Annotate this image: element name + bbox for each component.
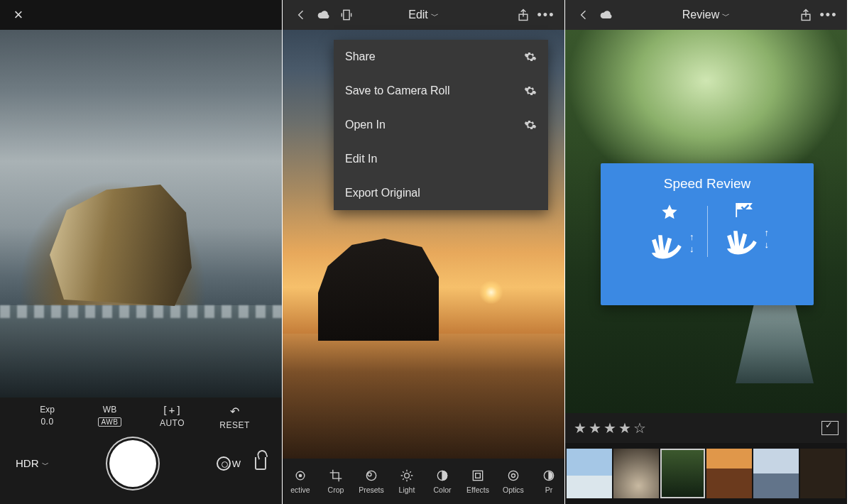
star-rating[interactable]: ★★★★☆ (574, 420, 648, 437)
svg-rect-9 (476, 473, 481, 478)
more-button[interactable]: ••• (817, 4, 840, 26)
white-balance-control[interactable]: WB AWB (91, 405, 129, 430)
review-screen: Review﹀ ••• Speed Review ↑↓ ↑↓ (565, 0, 848, 504)
close-button[interactable]: × (7, 4, 30, 26)
gear-icon[interactable] (524, 119, 537, 131)
aspect-icon[interactable] (335, 4, 358, 26)
svg-point-11 (512, 474, 515, 478)
camera-screen: × Exp 0.0 WB AWB [+] AUTO ↶ RESET HDR﹀ (0, 0, 283, 504)
more-icon (542, 469, 556, 483)
menu-item-label: Save to Camera Roll (345, 84, 450, 97)
menu-item-share[interactable]: Share (334, 40, 548, 74)
back-button[interactable] (572, 4, 595, 26)
flag-check-icon (736, 203, 754, 217)
camera-controls: Exp 0.0 WB AWB [+] AUTO ↶ RESET HDR﹀ (0, 398, 282, 504)
thumbnail[interactable] (567, 449, 612, 498)
cloud-icon[interactable] (312, 4, 335, 26)
menu-item-label: Edit In (345, 153, 377, 165)
menu-item-save-to-camera-roll[interactable]: Save to Camera Roll (334, 74, 548, 108)
rating-bar: ★★★★☆ (565, 413, 847, 443)
cloud-icon[interactable] (595, 4, 618, 26)
thumbnail[interactable] (753, 449, 799, 498)
menu-item-open-in[interactable]: Open In (334, 108, 548, 142)
svg-point-6 (405, 473, 410, 478)
swipe-hand-icon (721, 221, 762, 256)
exposure-control[interactable]: Exp 0.0 (28, 405, 67, 430)
svg-point-10 (508, 471, 518, 480)
lock-icon[interactable] (255, 457, 266, 470)
tool-color[interactable]: Color (425, 459, 460, 504)
thumbnail[interactable] (660, 449, 706, 498)
filmstrip[interactable] (565, 443, 847, 504)
flag-gesture: ↑↓ (721, 203, 770, 260)
back-button[interactable] (290, 4, 312, 26)
tool-effects[interactable]: Effects (460, 459, 496, 504)
menu-item-label: Share (345, 50, 376, 63)
selective-icon (293, 469, 307, 483)
reset-button[interactable]: ↶ RESET (216, 405, 254, 430)
svg-rect-0 (344, 10, 349, 19)
rate-gesture: ↑↓ (645, 203, 694, 260)
effects-icon (471, 469, 485, 483)
svg-rect-14 (736, 203, 737, 217)
star-icon (660, 203, 679, 221)
svg-point-5 (368, 473, 371, 476)
light-icon (400, 469, 414, 483)
thumbnail[interactable] (706, 449, 752, 498)
menu-item-label: Export Original (345, 187, 420, 199)
gear-icon[interactable] (524, 50, 537, 63)
thumbnail[interactable] (800, 449, 846, 498)
tool-presets[interactable]: Presets (354, 459, 389, 504)
crop-icon (329, 469, 343, 483)
tool-selective[interactable]: ective (283, 459, 318, 504)
speed-review-card: Speed Review ↑↓ ↑↓ (601, 163, 814, 305)
tool-optics[interactable]: Optics (496, 459, 531, 504)
menu-item-edit-in[interactable]: Edit In (334, 142, 548, 176)
tool-more[interactable]: Pr (531, 459, 565, 504)
menu-item-label: Open In (345, 119, 386, 131)
bracket-plus-icon: [+] (153, 405, 192, 416)
share-menu: ShareSave to Camera RollOpen InEdit InEx… (334, 40, 548, 210)
svg-point-3 (299, 474, 301, 476)
tool-light[interactable]: Light (389, 459, 425, 504)
undo-icon: ↶ (216, 405, 254, 418)
lens-icon (217, 456, 231, 471)
menu-item-export-original[interactable]: Export Original (334, 176, 548, 210)
svg-rect-8 (473, 471, 482, 480)
flag-toggle[interactable] (821, 421, 839, 435)
share-button[interactable] (512, 4, 535, 26)
thumbnail[interactable] (613, 449, 659, 498)
edit-tool-strip: ectiveCropPresetsLightColorEffectsOptics… (283, 459, 564, 504)
more-button[interactable]: ••• (535, 4, 557, 26)
swipe-hand-icon (645, 226, 687, 260)
edit-screen: Edit﹀ ••• ShareSave to Camera RollOpen I… (283, 0, 565, 504)
gear-icon[interactable] (524, 84, 537, 97)
auto-button[interactable]: [+] AUTO (153, 405, 192, 430)
shutter-button[interactable] (109, 440, 156, 487)
share-button[interactable] (794, 4, 817, 26)
tool-crop[interactable]: Crop (318, 459, 354, 504)
color-icon (435, 469, 449, 483)
capture-mode-dropdown[interactable]: HDR﹀ (16, 457, 49, 470)
presets-icon (364, 469, 378, 483)
optics-icon (506, 469, 520, 483)
speed-review-title: Speed Review (664, 176, 751, 192)
lens-wide-toggle[interactable]: W (217, 456, 241, 471)
